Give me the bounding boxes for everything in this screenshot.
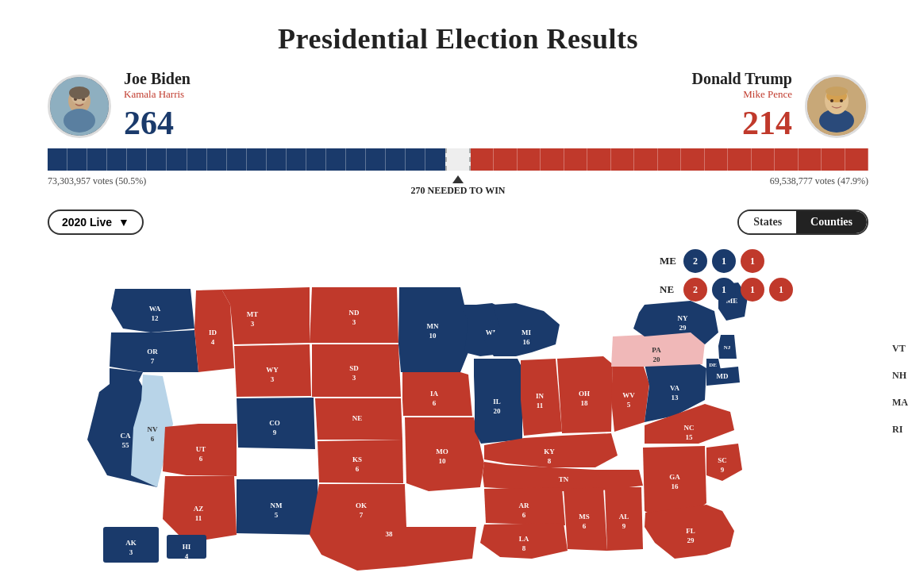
state-ut[interactable] [163,424,237,476]
state-ia[interactable] [402,372,472,416]
counties-toggle-button[interactable]: Counties [796,211,867,233]
controls-row: 2020 Live ▼ States Counties [0,197,916,241]
biden-name: Joe Biden [124,70,191,88]
state-il[interactable] [474,359,522,444]
nh-row: 4 NH [864,363,906,387]
state-ks[interactable] [318,440,403,483]
svg-point-2 [64,109,95,133]
candidates-row: Joe Biden Kamala Harris 264 Donald Trump… [0,70,916,142]
state-ok[interactable] [319,484,406,527]
me-ne-badges: ME 2 1 1 NE 2 1 1 1 [660,249,793,302]
state-pa[interactable] [611,332,705,367]
trump-info: Donald Trump Mike Pence 214 [691,70,792,142]
state-ak[interactable] [103,527,159,563]
small-states: 3 VT 4 NH 11 MA 4 RI [864,336,908,441]
state-ne[interactable] [315,398,402,440]
biden-popular-votes: 73,303,957 votes (50.5%) [48,175,146,187]
candidate-trump: Donald Trump Mike Pence 214 [691,70,868,142]
map-container: WA 12 OR 7 CA 55 NV 6 ID 4 MT 3 WY 3 UT … [0,241,916,575]
biden-ev: 264 [124,104,191,142]
state-nd[interactable] [310,287,398,343]
state-sc[interactable] [706,444,742,481]
ma-row: 11 MA [864,390,908,414]
ne-label: NE [660,283,679,296]
electoral-bar-container: 73,303,957 votes (50.5%) 270 NEEDED TO W… [0,148,916,197]
state-sd[interactable] [312,344,401,397]
ma-label: MA [892,397,908,409]
state-de[interactable] [706,359,721,370]
ri-label: RI [892,424,903,436]
me-label: ME [660,255,679,267]
vt-label: VT [892,343,906,355]
needed-to-win: 270 NEEDED TO WIN [410,175,505,197]
ne-badge-2: 1 [712,278,736,302]
view-toggle: States Counties [737,209,868,235]
state-oh[interactable] [557,356,613,433]
state-id[interactable] [194,290,234,372]
trump-bar [471,148,869,171]
state-nm[interactable] [237,479,319,535]
state-ar[interactable] [484,487,565,525]
svg-point-6 [69,86,90,99]
ne-badge-1: 2 [683,278,707,302]
bar-info-row: 73,303,957 votes (50.5%) 270 NEEDED TO W… [48,171,868,197]
biden-bar [48,148,445,171]
state-wa[interactable] [111,289,194,332]
state-wv[interactable] [611,364,649,432]
trump-popular-votes: 69,538,777 votes (47.9%) [770,175,868,187]
electoral-bar [48,148,868,171]
bar-gap [445,148,470,171]
biden-vp: Kamala Harris [124,88,191,101]
state-wy[interactable] [234,344,311,397]
state-nj[interactable] [718,335,737,359]
candidate-biden: Joe Biden Kamala Harris 264 [48,70,191,142]
biden-info: Joe Biden Kamala Harris 264 [124,70,191,142]
ri-row: 4 RI [864,417,903,441]
trump-ev: 214 [742,104,792,142]
year-select-button[interactable]: 2020 Live ▼ [48,209,144,235]
chevron-down-icon: ▼ [118,216,129,229]
state-la[interactable] [480,523,568,559]
year-label: 2020 Live [62,216,112,229]
ne-badge-4: 1 [769,278,793,302]
state-mo[interactable] [405,417,484,491]
avatar-trump [805,75,868,138]
me-badge-1: 2 [683,249,707,273]
state-co[interactable] [237,398,315,449]
avatar-biden [48,75,111,138]
svg-point-12 [840,99,843,102]
state-ms[interactable] [564,487,607,551]
state-or[interactable] [110,330,198,372]
me-badge-2: 1 [712,249,736,273]
svg-point-11 [830,99,833,102]
state-al[interactable] [605,487,643,551]
nh-label: NH [892,370,906,382]
vt-badge: 3 [864,336,887,360]
trump-name: Donald Trump [691,70,792,88]
state-in[interactable] [521,359,562,436]
trump-vp: Mike Pence [743,88,792,101]
me-badge-3: 1 [741,249,764,273]
state-az[interactable] [163,476,237,543]
nh-badge: 4 [864,363,887,387]
ma-badge: 11 [864,390,887,414]
state-hi[interactable] [167,535,206,559]
ne-badge-3: 1 [741,278,764,302]
vt-row: 3 VT [864,336,906,360]
states-toggle-button[interactable]: States [739,211,796,233]
page-title: Presidential Election Results [0,0,916,70]
state-fl[interactable] [645,505,734,559]
ri-badge: 4 [864,417,887,441]
center-arrow-icon [452,175,464,183]
svg-point-13 [826,86,848,96]
